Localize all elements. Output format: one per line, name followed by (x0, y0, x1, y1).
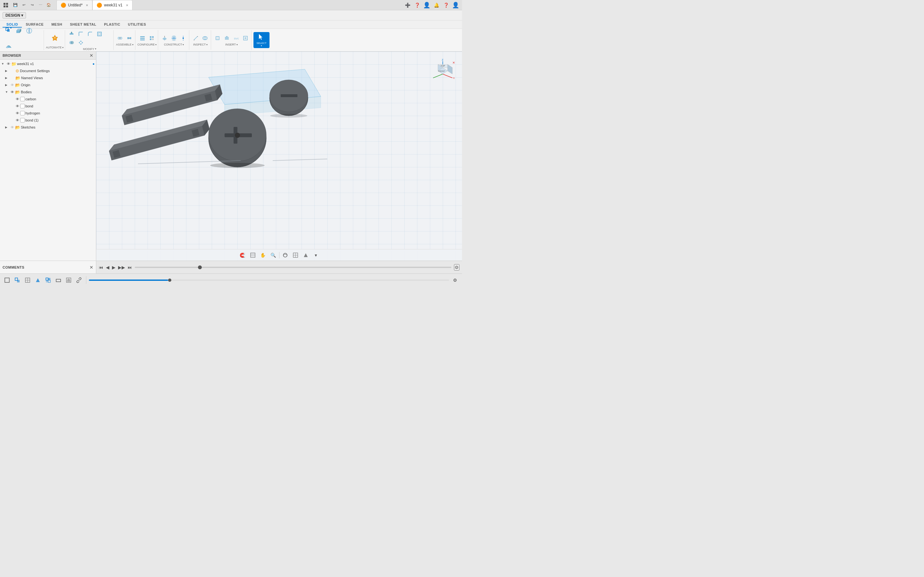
midplane-tool[interactable] (170, 34, 178, 42)
viewport[interactable]: Z X TOP FRONT ✕ 🧲 ✋ 🔍 (96, 52, 462, 261)
tree-item-named-views[interactable]: ▶ 📂 Named Views (0, 74, 96, 81)
chamfer-tool[interactable] (86, 30, 95, 38)
rigid-group-tool[interactable] (125, 34, 134, 42)
sketch-text-button[interactable] (64, 276, 73, 285)
sketch-polygon-button[interactable] (54, 276, 63, 285)
profile-button[interactable]: 👤 (423, 1, 431, 9)
timeline-play-button[interactable]: ▶ (112, 265, 115, 270)
sketch-circle-button[interactable] (23, 276, 32, 285)
combine-tool[interactable] (67, 39, 76, 47)
timeline-end-button[interactable]: ⏭ (128, 265, 132, 270)
sketch-line-button[interactable] (13, 276, 22, 285)
tree-box-bond1[interactable] (20, 118, 25, 122)
shell-tool[interactable] (95, 30, 104, 38)
tree-item-doc-settings[interactable]: ▶ ⚙ Document Settings (0, 67, 96, 74)
redo-button[interactable]: ↪ (28, 1, 36, 9)
tree-item-bond[interactable]: 👁 bond (0, 103, 96, 110)
settings-gear-button[interactable]: ⚙ (451, 276, 459, 285)
home-button[interactable]: 🏠 (45, 1, 53, 9)
tab-mesh[interactable]: MESH (47, 22, 66, 27)
joint-tool[interactable] (115, 34, 124, 42)
undo-button[interactable]: ↩ (20, 1, 27, 9)
canvas-tool[interactable] (241, 34, 250, 42)
timeline-progress-thumb[interactable] (168, 279, 171, 282)
display-settings-button[interactable] (248, 251, 257, 259)
display-mode-button[interactable] (301, 251, 310, 259)
sketch-arc-button[interactable] (33, 276, 42, 285)
timeline-start-button[interactable]: ⏮ (99, 265, 103, 270)
browser-close-button[interactable]: ✕ (89, 53, 94, 58)
pan-button[interactable]: ✋ (258, 251, 268, 259)
move-tool[interactable] (76, 39, 86, 47)
timeline-settings-button[interactable]: ⚙ (454, 264, 459, 271)
view-menu-button[interactable] (291, 251, 300, 259)
tree-box-carbon[interactable] (20, 97, 25, 101)
timeline-prev-button[interactable]: ◀ (106, 265, 110, 270)
revolve-tool[interactable] (24, 24, 34, 38)
timeline-next-button[interactable]: ▶▶ (118, 265, 125, 270)
insert-derive-tool[interactable] (213, 34, 222, 42)
tab-close-untitled[interactable]: ✕ (86, 3, 88, 7)
notifications-button[interactable]: 🔔 (433, 1, 440, 9)
new-tab-button[interactable]: ➕ (404, 1, 411, 9)
more-button[interactable]: ⋯ (37, 1, 44, 9)
sweep-tool[interactable] (4, 39, 13, 53)
snap-tool-button[interactable]: 🧲 (238, 251, 247, 259)
configure-tool[interactable] (147, 34, 156, 42)
svg-tool[interactable]: SVG (232, 34, 241, 42)
tree-eye-bond[interactable]: 👁 (16, 104, 19, 108)
tree-item-bodies[interactable]: ▼ 👁 📂 Bodies (0, 89, 96, 95)
offset-plane-tool[interactable] (160, 34, 169, 42)
extrude-tool[interactable] (14, 24, 24, 38)
help2-button[interactable]: ❓ (442, 1, 450, 9)
tree-eye-bodies[interactable]: 👁 (11, 90, 14, 94)
zoom-button[interactable]: 🔍 (269, 251, 278, 259)
tree-eye-week31[interactable]: 👁 (7, 62, 10, 66)
automate-tool[interactable] (49, 31, 61, 45)
timeline-progress[interactable] (89, 279, 449, 281)
fillet-tool[interactable] (76, 30, 86, 38)
tree-item-bond1[interactable]: 👁 bond (1) (0, 117, 96, 124)
tree-eye-origin[interactable]: 👁 (11, 83, 14, 87)
tab-close-week31[interactable]: ✕ (126, 3, 128, 7)
new-component-tool[interactable] (4, 24, 13, 38)
tab-utilities[interactable]: UTILITIES (124, 22, 150, 27)
tree-item-sketches[interactable]: ▶ 👁 📂 Sketches (0, 124, 96, 131)
tree-eye-carbon[interactable]: 👁 (16, 97, 19, 101)
design-dropdown[interactable]: DESIGN ▾ (3, 12, 26, 19)
sketch-spline-button[interactable] (44, 276, 53, 285)
sketch-rect-button[interactable] (3, 276, 11, 285)
tree-item-week31[interactable]: ▼ 👁 📁 week31 v1 ● (0, 60, 96, 67)
timeline-slider[interactable] (135, 267, 451, 268)
apps-icon[interactable] (3, 2, 9, 8)
axis-tool[interactable] (179, 34, 188, 42)
tab-plastic[interactable]: PLASTIC (100, 22, 124, 27)
tree-item-origin[interactable]: ▶ 👁 📂 Origin (0, 81, 96, 89)
effects-button[interactable]: ▾ (312, 251, 320, 259)
tab-sheet-metal[interactable]: SHEET METAL (66, 22, 100, 27)
measure-tool[interactable] (191, 34, 200, 42)
tree-eye-sketches[interactable]: 👁 (11, 125, 14, 129)
tree-box-hydrogen[interactable] (20, 111, 25, 115)
interference-tool[interactable] (200, 34, 210, 42)
nav-cube[interactable]: Z X TOP FRONT ✕ (430, 58, 456, 84)
parameters-tool[interactable] (138, 34, 147, 42)
press-pull-tool[interactable] (67, 30, 76, 38)
decal-tool[interactable] (222, 34, 231, 42)
comments-expand-button[interactable]: ✕ (89, 265, 94, 270)
tree-eye-bond1[interactable]: 👁 (16, 118, 19, 122)
tree-item-carbon[interactable]: 👁 carbon (0, 95, 96, 103)
save-button[interactable]: 💾 (11, 1, 19, 9)
tree-box-bond[interactable] (20, 104, 25, 108)
orbit-button[interactable] (281, 251, 290, 259)
timeline-thumb[interactable] (198, 266, 202, 269)
account-button[interactable]: 👤 (452, 1, 459, 9)
tab-untitled[interactable]: 🟠 Untitled* ✕ (57, 0, 92, 10)
select-tool[interactable]: SELECT ▾ (254, 32, 270, 48)
help-button[interactable]: ❓ (413, 1, 421, 9)
tab-week31[interactable]: 🟠 week31 v1 ✕ (92, 0, 132, 10)
link-button[interactable] (74, 276, 83, 285)
tree-eye-hydrogen[interactable]: 👁 (16, 111, 19, 115)
tree-item-hydrogen[interactable]: 👁 hydrogen (0, 110, 96, 117)
tree-folder-week31: 📁 (11, 61, 16, 66)
